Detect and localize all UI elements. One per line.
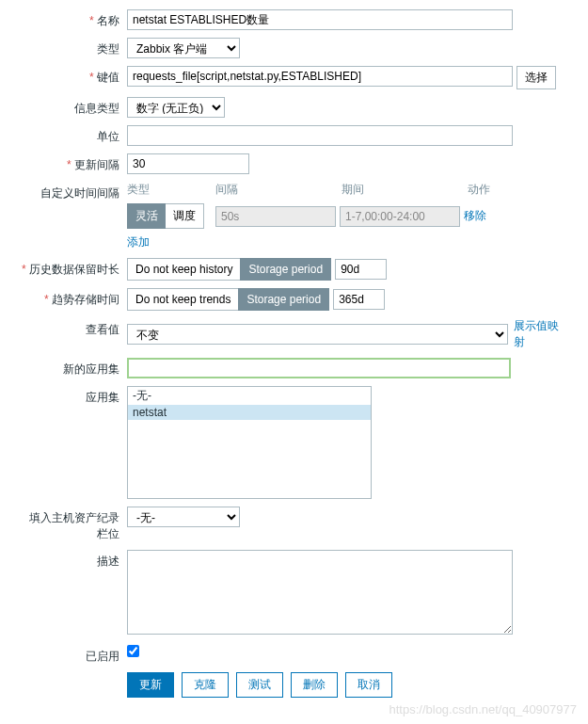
name-input[interactable] xyxy=(127,9,513,30)
enabled-label: 已启用 xyxy=(19,645,127,665)
units-label: 单位 xyxy=(19,125,127,145)
custom-intervals-label: 自定义时间间隔 xyxy=(19,182,127,201)
cancel-button[interactable]: 取消 xyxy=(345,672,392,698)
update-interval-label: 更新间隔 xyxy=(19,153,127,173)
watermark: https://blog.csdn.net/qq_40907977 xyxy=(389,702,578,715)
history-storage-label: 历史数据保留时长 xyxy=(19,258,127,278)
trend-period-input[interactable] xyxy=(333,289,385,310)
description-label: 描述 xyxy=(19,550,127,570)
view-value-label: 查看值 xyxy=(19,318,127,338)
interval-row: 灵活 调度 移除 xyxy=(127,203,569,229)
select-button[interactable]: 选择 xyxy=(516,66,556,89)
type-select[interactable]: Zabbix 客户端 xyxy=(127,38,240,58)
enabled-checkbox[interactable] xyxy=(127,645,139,657)
trend-storage-label: 趋势存储时间 xyxy=(19,288,127,308)
remove-interval-link[interactable]: 移除 xyxy=(464,208,486,224)
trend-period-button[interactable]: Storage period xyxy=(238,288,329,311)
populate-host-label: 填入主机资产纪录栏位 xyxy=(19,507,127,542)
interval-header: 类型 间隔 期间 动作 xyxy=(127,182,569,198)
update-button[interactable]: 更新 xyxy=(127,672,174,698)
history-period-button[interactable]: Storage period xyxy=(240,258,331,281)
add-interval-link[interactable]: 添加 xyxy=(127,235,150,249)
no-history-button[interactable]: Do not keep history xyxy=(127,258,240,281)
update-interval-input[interactable] xyxy=(127,153,249,174)
description-textarea[interactable] xyxy=(127,550,513,635)
interval-value-input[interactable] xyxy=(215,206,336,227)
flexible-button[interactable]: 灵活 xyxy=(127,203,166,229)
info-type-select[interactable]: 数字 (无正负) xyxy=(127,97,225,118)
key-label: 键值 xyxy=(19,66,127,86)
clone-button[interactable]: 克隆 xyxy=(182,672,229,698)
scheduling-button[interactable]: 调度 xyxy=(166,203,204,229)
units-input[interactable] xyxy=(127,125,513,146)
key-input[interactable] xyxy=(127,66,513,87)
list-item[interactable]: netstat xyxy=(128,405,371,420)
new-app-input[interactable] xyxy=(127,358,511,378)
name-label: 名称 xyxy=(19,9,127,29)
new-app-label: 新的应用集 xyxy=(19,358,127,378)
type-label: 类型 xyxy=(19,38,127,57)
view-value-select[interactable]: 不变 xyxy=(127,324,508,345)
delete-button[interactable]: 删除 xyxy=(291,672,338,698)
apps-label: 应用集 xyxy=(19,386,127,406)
interval-period-input[interactable] xyxy=(340,206,460,227)
show-value-map-link[interactable]: 展示值映射 xyxy=(514,318,569,350)
apps-listbox[interactable]: -无- netstat xyxy=(127,386,372,499)
list-item[interactable]: -无- xyxy=(128,387,371,405)
no-trends-button[interactable]: Do not keep trends xyxy=(127,288,238,311)
populate-host-select[interactable]: -无- xyxy=(127,507,240,527)
info-type-label: 信息类型 xyxy=(19,97,127,117)
test-button[interactable]: 测试 xyxy=(236,672,283,698)
history-period-input[interactable] xyxy=(335,259,387,280)
